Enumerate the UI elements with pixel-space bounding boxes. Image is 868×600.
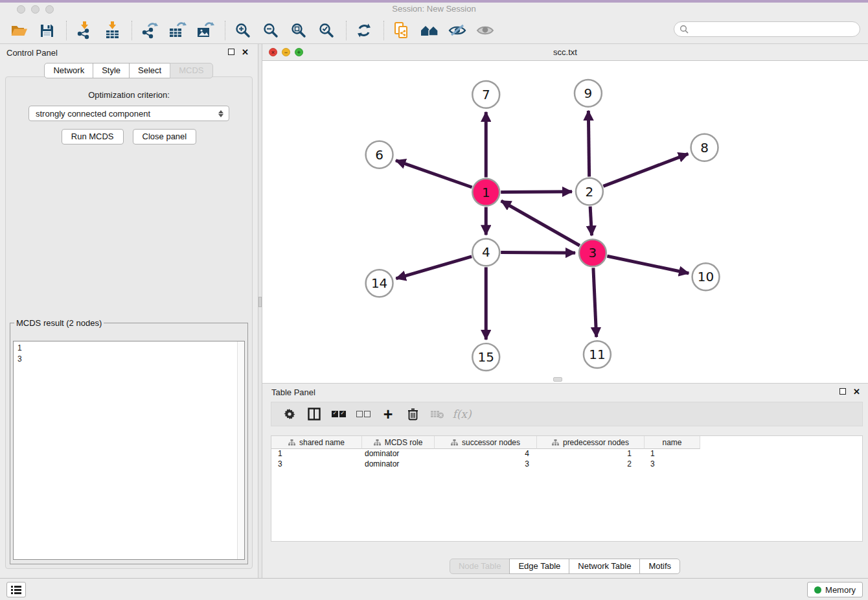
- node-9[interactable]: 9: [575, 80, 602, 107]
- network-window-titlebar[interactable]: × − + scc.txt: [262, 44, 868, 61]
- window-zoom-icon[interactable]: [45, 5, 54, 14]
- zoom-selected-icon[interactable]: [315, 20, 337, 41]
- refresh-icon[interactable]: [353, 20, 375, 41]
- houses-icon[interactable]: [418, 20, 440, 41]
- result-scrollbar[interactable]: [237, 341, 244, 559]
- edge-4-14[interactable]: [396, 257, 472, 279]
- canvas-hscrollbar-thumb[interactable]: [553, 377, 562, 382]
- eye-slash-icon[interactable]: [446, 20, 468, 41]
- save-icon[interactable]: [36, 20, 58, 41]
- tab-mcds[interactable]: MCDS: [170, 63, 212, 78]
- table-close-icon[interactable]: ✕: [853, 387, 860, 397]
- float-panel-icon[interactable]: [228, 49, 234, 55]
- table-cell[interactable]: 1: [537, 449, 645, 459]
- table-cell[interactable]: dominator: [362, 449, 435, 459]
- gear-icon[interactable]: [282, 406, 297, 422]
- session-title: Session: New Session: [0, 3, 868, 16]
- edge-2-3[interactable]: [590, 207, 591, 236]
- edge-4-3[interactable]: [501, 253, 575, 253]
- export-table-icon[interactable]: [166, 20, 188, 41]
- mcds-result-list[interactable]: 13: [13, 341, 245, 560]
- table-cell[interactable]: 4: [435, 449, 537, 459]
- open-icon[interactable]: [8, 20, 30, 41]
- window-traffic-lights[interactable]: [17, 5, 54, 14]
- table-cell[interactable]: 1: [645, 449, 700, 459]
- node-table[interactable]: shared nameMCDS rolesuccessor nodesprede…: [271, 435, 863, 542]
- column-header-shared-name[interactable]: shared name: [271, 436, 362, 449]
- edge-3-10[interactable]: [607, 256, 689, 273]
- node-11[interactable]: 11: [584, 341, 611, 368]
- panel-splitter[interactable]: [258, 44, 262, 578]
- edge-2-8[interactable]: [603, 154, 688, 186]
- node-2[interactable]: 2: [576, 178, 603, 205]
- tab-network[interactable]: Network: [44, 63, 93, 78]
- node-8[interactable]: 8: [691, 134, 718, 161]
- node-10[interactable]: 10: [692, 263, 720, 290]
- edge-2-9[interactable]: [588, 111, 589, 177]
- node-15[interactable]: 15: [472, 343, 499, 371]
- tab-edge-table[interactable]: Edge Table: [509, 559, 569, 574]
- close-panel-button[interactable]: Close panel: [133, 129, 197, 144]
- node-4[interactable]: 4: [472, 238, 499, 266]
- edge-3-1[interactable]: [501, 201, 580, 246]
- node-6[interactable]: 6: [366, 141, 393, 168]
- network-canvas[interactable]: 7968124314101511: [262, 61, 868, 383]
- run-mcds-button[interactable]: Run MCDS: [62, 129, 124, 144]
- table-cell[interactable]: dominator: [362, 459, 435, 470]
- table-row[interactable]: 3dominator323: [271, 459, 862, 470]
- network-minimize-icon[interactable]: −: [282, 48, 290, 56]
- export-network-icon[interactable]: [139, 20, 161, 41]
- table-float-icon[interactable]: [839, 388, 846, 395]
- search-box[interactable]: [674, 21, 860, 37]
- plus-icon[interactable]: +: [380, 406, 396, 422]
- node-3[interactable]: 3: [579, 239, 606, 266]
- tab-style[interactable]: Style: [93, 63, 130, 78]
- network-zoom-icon[interactable]: +: [295, 48, 303, 56]
- column-header-successor-nodes[interactable]: successor nodes: [435, 436, 537, 449]
- close-panel-icon[interactable]: ✕: [242, 47, 249, 57]
- table-cell[interactable]: 3: [645, 459, 700, 470]
- table-cell[interactable]: 1: [271, 449, 362, 459]
- column-header-MCDS-role[interactable]: MCDS role: [362, 436, 435, 449]
- window-close-icon[interactable]: [17, 5, 25, 14]
- checked-boxes-icon[interactable]: [331, 406, 347, 422]
- tab-node-table[interactable]: Node Table: [450, 559, 510, 574]
- column-header-label: shared name: [299, 438, 345, 447]
- node-14[interactable]: 14: [366, 270, 393, 297]
- table-cell[interactable]: 2: [537, 459, 645, 470]
- node-1[interactable]: 1: [472, 179, 499, 206]
- toolbar-separator: [131, 21, 132, 40]
- edge-1-2[interactable]: [501, 192, 572, 192]
- tab-network-table[interactable]: Network Table: [569, 559, 640, 574]
- node-7[interactable]: 7: [472, 81, 499, 108]
- zoom-fit-icon[interactable]: [288, 20, 310, 41]
- edge-3-11[interactable]: [593, 268, 597, 337]
- unchecked-boxes-icon[interactable]: [356, 406, 371, 422]
- tab-motifs[interactable]: Motifs: [639, 559, 680, 574]
- tab-select[interactable]: Select: [129, 63, 170, 78]
- import-table-icon[interactable]: [101, 20, 123, 41]
- search-input[interactable]: [689, 23, 860, 35]
- pages-share-icon[interactable]: [391, 20, 413, 41]
- column-header-predecessor-nodes[interactable]: predecessor nodes: [537, 436, 645, 449]
- zoom-in-icon[interactable]: [232, 20, 254, 41]
- window-minimize-icon[interactable]: [31, 5, 40, 14]
- edge-1-6[interactable]: [396, 161, 472, 187]
- network-graph[interactable]: 7968124314101511: [262, 61, 868, 383]
- table-cell[interactable]: 3: [435, 459, 537, 470]
- criterion-select[interactable]: strongly connected component: [29, 106, 229, 121]
- split-view-icon[interactable]: [306, 406, 322, 422]
- task-history-button[interactable]: [6, 582, 26, 597]
- table-row[interactable]: 1dominator411: [271, 449, 862, 459]
- table-cell[interactable]: 3: [271, 459, 362, 470]
- memory-button[interactable]: Memory: [807, 582, 863, 597]
- trash-icon[interactable]: [405, 406, 420, 422]
- column-header-name[interactable]: name: [645, 436, 700, 449]
- export-image-icon[interactable]: [194, 20, 216, 41]
- network-window: × − + scc.txt 7968124314101511: [262, 44, 868, 384]
- import-network-icon[interactable]: [73, 20, 95, 41]
- splitter-grip[interactable]: [258, 297, 262, 307]
- network-close-icon[interactable]: ×: [269, 48, 277, 56]
- zoom-out-icon[interactable]: [260, 20, 282, 41]
- eye-icon[interactable]: [474, 20, 496, 41]
